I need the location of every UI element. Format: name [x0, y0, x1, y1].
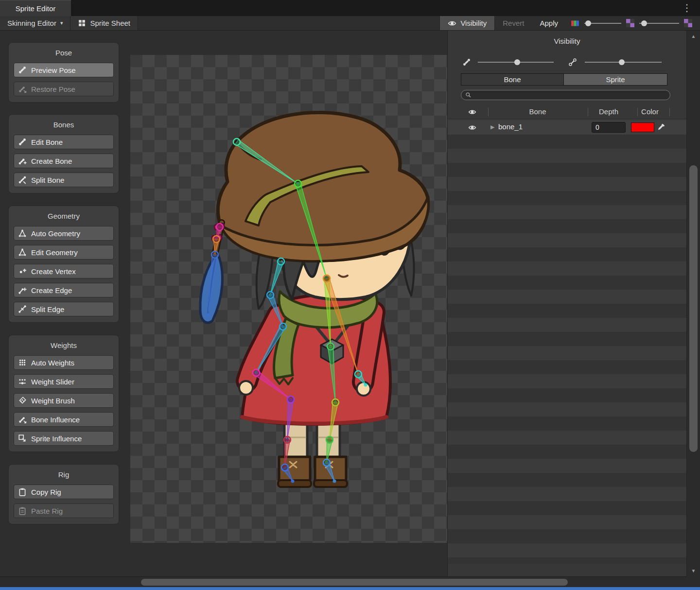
sprite-canvas[interactable]	[130, 55, 447, 543]
copy-rig-button[interactable]: Copy Rig	[14, 485, 114, 499]
edit-bone-button[interactable]: Edit Bone	[14, 135, 114, 149]
bone-influence-icon	[18, 415, 27, 424]
column-color: Color	[639, 107, 661, 116]
rig-panel: Rig Copy Rig Paste Rig	[9, 465, 119, 524]
visibility-toggle-button[interactable]: Visibility	[439, 16, 495, 30]
sprite-opacity-slider-thumb[interactable]	[619, 59, 625, 65]
auto-geometry-button[interactable]: Auto Geometry	[14, 226, 114, 241]
copy-rig-icon	[18, 487, 27, 496]
auto-weights-button[interactable]: Auto Weights	[14, 355, 114, 370]
edit-geometry-icon	[18, 248, 27, 257]
bone-opacity-icon	[462, 58, 471, 67]
preview-pose-label: Preview Pose	[31, 66, 76, 74]
weight-slider-label: Weight Slider	[31, 378, 74, 386]
create-edge-button[interactable]: Create Edge	[14, 283, 114, 297]
paste-rig-button[interactable]: Paste Rig	[14, 503, 114, 518]
search-icon	[465, 92, 472, 98]
edit-geometry-button[interactable]: Edit Geometry	[14, 245, 114, 260]
sprite-influence-label: Sprite Influence	[31, 434, 82, 443]
tab-bone[interactable]: Bone	[461, 73, 564, 86]
create-vertex-button[interactable]: Create Vertex	[14, 264, 114, 278]
geometry-panel: Geometry Auto Geometry Edit Geometry Cre…	[9, 206, 119, 322]
bone-visibility-eye-icon[interactable]	[468, 123, 476, 132]
sprite-influence-icon	[18, 434, 27, 443]
weights-panel-title: Weights	[14, 341, 114, 349]
copy-rig-label: Copy Rig	[31, 488, 61, 496]
sprite-influence-button[interactable]: Sprite Influence	[14, 431, 114, 446]
eyedropper-icon[interactable]	[657, 123, 665, 131]
edit-geometry-label: Edit Geometry	[31, 248, 78, 257]
revert-button[interactable]: Revert	[495, 16, 532, 30]
split-edge-button[interactable]: Split Edge	[14, 302, 114, 316]
eye-icon	[448, 19, 456, 28]
alpha-checker-icon[interactable]	[626, 19, 634, 27]
mip-checker-icon[interactable]	[684, 19, 692, 27]
skinning-editor-dropdown[interactable]: Skinning Editor ▾	[0, 16, 70, 30]
depth-input[interactable]	[592, 122, 626, 133]
create-vertex-icon	[18, 267, 27, 276]
weight-brush-icon	[18, 396, 27, 405]
bones-panel-title: Bones	[14, 121, 114, 129]
sprite-sheet-button[interactable]: Sprite Sheet	[70, 16, 138, 30]
horizontal-scrollbar-thumb[interactable]	[141, 579, 568, 586]
sprite-sheet-label: Sprite Sheet	[90, 19, 130, 27]
bone-color-swatch[interactable]	[631, 122, 654, 132]
toolbar-right-cluster: Visibility Revert Apply	[439, 16, 700, 30]
bone-influence-button[interactable]: Bone Influence	[14, 412, 114, 427]
paste-rig-label: Paste Rig	[31, 507, 63, 515]
sprite-opacity-icon	[568, 58, 577, 67]
alpha-slider[interactable]	[584, 23, 621, 24]
expander-icon[interactable]: ▶	[490, 124, 494, 130]
paste-rig-icon	[18, 506, 27, 515]
bone-name: bone_1	[498, 122, 523, 131]
revert-label: Revert	[503, 19, 524, 27]
restore-pose-label: Restore Pose	[31, 85, 75, 93]
rgb-color-mode-icon[interactable]	[571, 19, 579, 28]
bone-list-rows	[448, 135, 686, 564]
skinning-editor-label: Skinning Editor	[7, 19, 56, 27]
create-bone-label: Create Bone	[31, 157, 72, 165]
auto-weights-icon	[18, 358, 27, 367]
restore-pose-button[interactable]: Restore Pose	[14, 82, 114, 96]
auto-geometry-icon	[18, 229, 27, 238]
vertical-scrollbar[interactable]: ▲ ▼	[686, 31, 700, 576]
bone-influence-label: Bone Influence	[31, 416, 80, 424]
column-depth: Depth	[592, 107, 626, 116]
mip-slider-thumb[interactable]	[641, 20, 647, 26]
bone-opacity-slider-thumb[interactable]	[514, 59, 520, 65]
window-tab-sprite-editor[interactable]: Sprite Editor	[0, 0, 71, 16]
horizontal-scrollbar[interactable]	[0, 576, 686, 587]
weight-brush-button[interactable]: Weight Brush	[14, 393, 114, 408]
apply-label: Apply	[540, 19, 558, 27]
window-bottom-edge	[0, 587, 700, 590]
create-vertex-label: Create Vertex	[31, 267, 76, 276]
tab-bone-label: Bone	[504, 75, 521, 84]
edit-bone-icon	[18, 138, 27, 146]
weights-panel: Weights Auto Weights Weight Slider Weigh…	[9, 335, 119, 451]
bone-opacity-slider[interactable]	[478, 62, 554, 63]
weight-slider-button[interactable]: Weight Slider	[14, 374, 114, 389]
toolbar: Skinning Editor ▾ Sprite Sheet Visibilit…	[0, 16, 700, 31]
alpha-slider-thumb[interactable]	[585, 20, 591, 26]
create-edge-icon	[18, 286, 27, 295]
visibility-all-eye-icon[interactable]	[468, 108, 476, 116]
preview-pose-icon	[18, 66, 27, 74]
kebab-menu-icon[interactable]: ⋮	[682, 2, 692, 14]
tab-sprite[interactable]: Sprite	[564, 73, 667, 86]
create-edge-label: Create Edge	[31, 286, 72, 295]
split-bone-button[interactable]: Split Bone	[14, 173, 114, 187]
sprite-opacity-slider[interactable]	[585, 62, 662, 63]
sprite-editor-window: Sprite Editor ⋮ Skinning Editor ▾ Sprite…	[0, 0, 700, 590]
split-edge-icon	[18, 305, 27, 313]
vertical-scrollbar-thumb[interactable]	[689, 165, 698, 452]
search-input[interactable]	[472, 91, 670, 99]
apply-button[interactable]: Apply	[532, 16, 566, 30]
preview-pose-button[interactable]: Preview Pose	[14, 63, 114, 77]
scroll-up-arrow[interactable]: ▲	[687, 34, 700, 39]
create-bone-button[interactable]: Create Bone	[14, 154, 114, 168]
mip-slider[interactable]	[639, 23, 679, 24]
pose-panel-title: Pose	[14, 49, 114, 57]
rig-panel-title: Rig	[14, 470, 114, 479]
character-sprite	[200, 112, 428, 487]
scroll-down-arrow[interactable]: ▼	[687, 568, 700, 573]
